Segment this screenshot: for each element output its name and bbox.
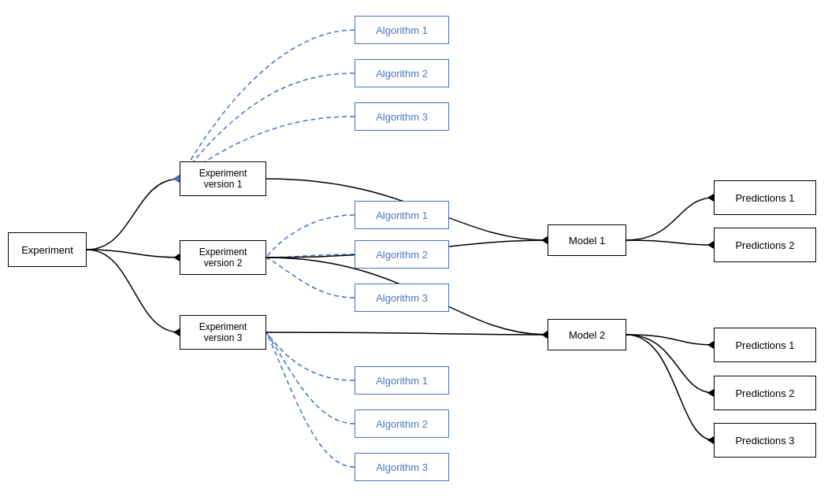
svg-marker-2 xyxy=(173,328,180,336)
alg3-group3-label: Algorithm 3 xyxy=(376,461,428,473)
svg-marker-9 xyxy=(707,241,714,249)
alg3-group2-label: Algorithm 3 xyxy=(376,292,428,304)
svg-marker-6 xyxy=(541,236,548,244)
exp-version-3-label: Experimentversion 3 xyxy=(199,321,247,343)
alg2-group2-node: Algorithm 2 xyxy=(355,240,449,269)
alg2-group2-label: Algorithm 2 xyxy=(376,249,428,261)
pred2-model2-label: Predictions 2 xyxy=(735,387,794,399)
svg-marker-12 xyxy=(707,436,714,444)
pred2-model1-label: Predictions 2 xyxy=(735,239,794,251)
svg-marker-11 xyxy=(707,389,714,397)
model2-node: Model 2 xyxy=(548,319,626,350)
pred1-model1-node: Predictions 1 xyxy=(714,180,816,215)
pred1-model1-label: Predictions 1 xyxy=(735,192,794,204)
alg1-group3-node: Algorithm 1 xyxy=(355,366,449,395)
svg-marker-10 xyxy=(707,341,714,349)
pred1-model2-label: Predictions 1 xyxy=(735,339,794,351)
model1-label: Model 1 xyxy=(569,235,605,246)
exp-version-2-label: Experimentversion 2 xyxy=(199,246,247,269)
exp-version-2-node: Experimentversion 2 xyxy=(180,240,266,275)
alg1-group3-label: Algorithm 1 xyxy=(376,375,428,387)
exp-version-1-node: Experimentversion 1 xyxy=(180,161,266,196)
pred1-model2-node: Predictions 1 xyxy=(714,328,816,362)
exp-version-3-node: Experimentversion 3 xyxy=(180,315,266,350)
exp-version-1-label: Experimentversion 1 xyxy=(199,168,247,190)
alg2-group1-node: Algorithm 2 xyxy=(355,59,449,87)
alg2-group3-node: Algorithm 2 xyxy=(355,410,449,438)
svg-marker-1 xyxy=(173,254,180,261)
model1-node: Model 1 xyxy=(548,224,626,256)
alg2-group1-label: Algorithm 2 xyxy=(376,68,428,80)
alg3-group1-node: Algorithm 3 xyxy=(355,102,449,131)
experiment-node: Experiment xyxy=(8,232,87,267)
alg3-group1-label: Algorithm 3 xyxy=(376,111,428,123)
svg-marker-7 xyxy=(541,331,548,339)
alg1-group2-node: Algorithm 1 xyxy=(355,201,449,229)
experiment-label: Experiment xyxy=(21,244,73,256)
pred3-model2-label: Predictions 3 xyxy=(735,435,794,447)
model2-label: Model 2 xyxy=(569,329,605,341)
alg1-group1-node: Algorithm 1 xyxy=(355,16,449,44)
alg1-group2-label: Algorithm 1 xyxy=(376,209,428,221)
pred3-model2-node: Predictions 3 xyxy=(714,423,816,458)
alg2-group3-label: Algorithm 2 xyxy=(376,418,428,430)
svg-marker-8 xyxy=(707,194,714,202)
pred2-model2-node: Predictions 2 xyxy=(714,376,816,410)
svg-marker-3 xyxy=(173,175,180,183)
alg1-group1-label: Algorithm 1 xyxy=(376,24,428,36)
alg3-group3-node: Algorithm 3 xyxy=(355,453,449,481)
pred2-model1-node: Predictions 2 xyxy=(714,228,816,262)
alg3-group2-node: Algorithm 3 xyxy=(355,284,449,312)
